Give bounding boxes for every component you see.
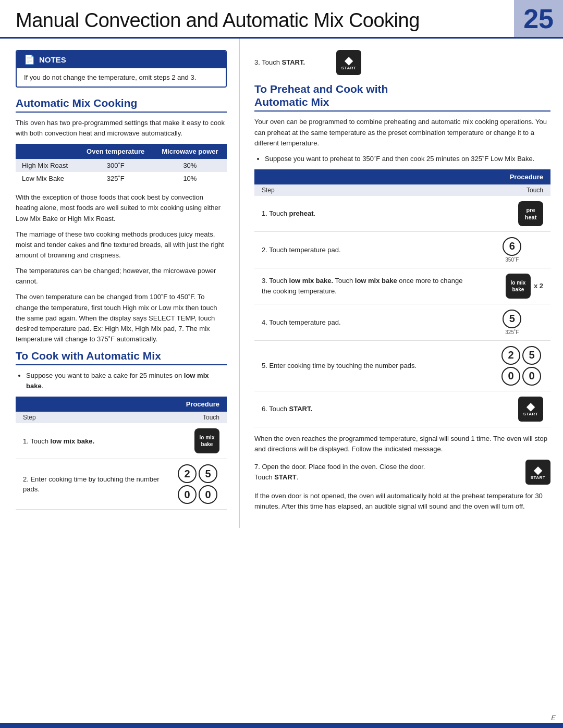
step3-text: 3. Touch START. bbox=[254, 57, 305, 68]
cook-bullet-list: Suppose you want to bake a cake for 25 m… bbox=[16, 371, 227, 391]
preheat-step1-touch: pre heat bbox=[474, 196, 550, 232]
step2-touch: 2 5 0 0 bbox=[168, 459, 227, 510]
preheat-cook-section: To Preheat and Cook with Automatic Mix Y… bbox=[254, 82, 550, 512]
temp-325-label: 325˚F bbox=[505, 329, 519, 335]
preheat-step3-touch: lo mix bake x 2 bbox=[474, 268, 550, 304]
page-header: Manual Convection and Automatic Mix Cook… bbox=[0, 0, 563, 39]
step7-row: 7. Open the door. Place food in the oven… bbox=[254, 460, 550, 485]
start-label: START bbox=[341, 66, 357, 70]
mix-table: Oven temperature Microwave power High Mi… bbox=[16, 144, 227, 185]
start-label-3: START bbox=[531, 475, 546, 480]
start-diamond-icon: ◆ bbox=[345, 55, 353, 66]
preheat-bullet-item: Suppose you want to preheat to 350˚F and… bbox=[265, 154, 550, 164]
cook-auto-mix-heading: To Cook with Automatic Mix bbox=[16, 350, 227, 365]
preheat-after-text1: When the oven reaches the programmed tem… bbox=[254, 434, 550, 454]
num-0d-button[interactable]: 0 bbox=[522, 367, 541, 386]
preheat-proc-row-5: 5. Enter cooking time by touching the nu… bbox=[254, 340, 550, 391]
start-button-step6[interactable]: ◆ START bbox=[518, 397, 543, 422]
preheat-step2-touch: 6 350˚F bbox=[474, 231, 550, 268]
preheat-step1-text: 1. Touch preheat. bbox=[254, 196, 474, 232]
footer-letter: E bbox=[551, 714, 556, 722]
preheat-touch-col: Touch bbox=[474, 184, 550, 196]
step-col-header: Step bbox=[16, 412, 168, 423]
start-diamond-icon-3: ◆ bbox=[534, 465, 542, 475]
num-2-preheat-button[interactable]: 2 bbox=[501, 346, 520, 365]
auto-mix-body3: The marriage of these two cooking method… bbox=[16, 229, 227, 261]
preheat-step4-touch: 5 325˚F bbox=[474, 304, 550, 340]
notes-body: If you do not change the temperature, om… bbox=[17, 68, 226, 87]
preheat-step6-text: 6. Touch START. bbox=[254, 391, 474, 427]
row1-temp: 300˚F bbox=[78, 159, 153, 172]
cook-bullet-item: Suppose you want to bake a cake for 25 m… bbox=[26, 371, 227, 391]
row1-label: High Mix Roast bbox=[16, 159, 78, 172]
preheat-proc-row-3: 3. Touch low mix bake. Touch low mix bak… bbox=[254, 268, 550, 304]
preheat-step5-touch: 2 5 0 0 bbox=[474, 340, 550, 391]
lo-mix-bake-button-preheat[interactable]: lo mix bake bbox=[506, 274, 531, 299]
auto-mix-body4: The temperatures can be changed; however… bbox=[16, 266, 227, 287]
num-0a-button[interactable]: 0 bbox=[178, 485, 197, 504]
x2-label: x 2 bbox=[534, 282, 543, 290]
num-0c-button[interactable]: 0 bbox=[501, 367, 520, 386]
table-oven-temp-header: Oven temperature bbox=[78, 144, 153, 159]
notes-box: 📄 NOTES If you do not change the tempera… bbox=[16, 50, 227, 88]
preheat-proc-row-4: 4. Touch temperature pad. 5 325˚F bbox=[254, 304, 550, 340]
num-5-preheat2-button[interactable]: 5 bbox=[522, 346, 541, 365]
preheat-step3-text: 3. Touch low mix bake. Touch low mix bak… bbox=[254, 268, 474, 304]
lo-mix-x2-area: lo mix bake x 2 bbox=[481, 274, 543, 299]
preheat-proc-row-2: 2. Touch temperature pad. 6 350˚F bbox=[254, 231, 550, 268]
num-5-preheat-button[interactable]: 5 bbox=[503, 310, 521, 328]
proc-row-1: 1. Touch low mix bake. lo mix bake bbox=[16, 423, 227, 459]
row2-label: Low Mix Bake bbox=[16, 172, 78, 185]
preheat-procedure-header: Procedure bbox=[254, 169, 550, 184]
automatic-mix-section: Automatic Mix Cooking This oven has two … bbox=[16, 97, 227, 344]
touch-col-header: Touch bbox=[168, 412, 227, 423]
cook-procedure-table: Procedure Step Touch 1. Touch low mix ba… bbox=[16, 397, 227, 510]
table-microwave-header: Microwave power bbox=[153, 144, 227, 159]
start-label-2: START bbox=[523, 412, 538, 416]
right-column: 3. Touch START. ◆ START To Preheat and C… bbox=[240, 39, 563, 528]
step3-start-row: 3. Touch START. ◆ START bbox=[254, 50, 550, 75]
num-0b-button[interactable]: 0 bbox=[199, 485, 217, 504]
page-number: 25 bbox=[523, 5, 554, 32]
page-title: Manual Convection and Automatic Mix Cook… bbox=[16, 9, 420, 31]
page-number-block: 25 bbox=[514, 0, 563, 37]
num-5-button[interactable]: 5 bbox=[199, 464, 217, 483]
notes-text: If you do not change the temperature, om… bbox=[24, 73, 196, 81]
preheat-cook-heading: To Preheat and Cook with Automatic Mix bbox=[254, 82, 550, 112]
preheat-button[interactable]: pre heat bbox=[518, 201, 543, 226]
lo-mix-bake-button[interactable]: lo mix bake bbox=[194, 428, 219, 453]
notes-icon: 📄 bbox=[24, 54, 35, 65]
left-column: 📄 NOTES If you do not change the tempera… bbox=[0, 39, 240, 528]
preheat-proc-row-6: 6. Touch START. ◆ START bbox=[254, 391, 550, 427]
cook-auto-mix-section: To Cook with Automatic Mix Suppose you w… bbox=[16, 350, 227, 510]
notes-header: 📄 NOTES bbox=[17, 51, 226, 68]
auto-mix-body2: With the exception of those foods that c… bbox=[16, 192, 227, 224]
preheat-proc-row-1: 1. Touch preheat. pre heat bbox=[254, 196, 550, 232]
automatic-mix-heading: Automatic Mix Cooking bbox=[16, 97, 227, 113]
step1-touch: lo mix bake bbox=[168, 423, 227, 459]
auto-mix-intro1: This oven has two pre-programmed setting… bbox=[16, 118, 227, 139]
preheat-intro: Your oven can be programmed to combine p… bbox=[254, 117, 550, 148]
num-2-button[interactable]: 2 bbox=[178, 464, 197, 483]
start-button-top[interactable]: ◆ START bbox=[336, 50, 361, 75]
preheat-after-text2: If the oven door is not opened, the oven… bbox=[254, 491, 550, 512]
content-area: 📄 NOTES If you do not change the tempera… bbox=[0, 39, 563, 528]
preheat-step-col: Step bbox=[254, 184, 474, 196]
preheat-step6-touch: ◆ START bbox=[474, 391, 550, 427]
proc-row-2: 2. Enter cooking time by touching the nu… bbox=[16, 459, 227, 510]
table-row: Low Mix Bake 325˚F 10% bbox=[16, 172, 227, 185]
table-empty-header bbox=[16, 144, 78, 159]
notes-label: NOTES bbox=[39, 55, 66, 64]
auto-mix-body5: The oven temperature can be changed from… bbox=[16, 292, 227, 344]
num-6-button[interactable]: 6 bbox=[503, 237, 521, 256]
start-diamond-icon-2: ◆ bbox=[527, 401, 535, 412]
row2-temp: 325˚F bbox=[78, 172, 153, 185]
preheat-step2-text: 2. Touch temperature pad. bbox=[254, 231, 474, 268]
procedure-header: Procedure bbox=[16, 397, 227, 412]
temp-350-label: 350˚F bbox=[505, 257, 519, 263]
preheat-bullet-list: Suppose you want to preheat to 350˚F and… bbox=[254, 154, 550, 164]
row1-power: 30% bbox=[153, 159, 227, 172]
start-button-step7[interactable]: ◆ START bbox=[525, 460, 550, 485]
row2-power: 10% bbox=[153, 172, 227, 185]
preheat-procedure-table: Procedure Step Touch 1. Touch preheat. bbox=[254, 169, 550, 427]
